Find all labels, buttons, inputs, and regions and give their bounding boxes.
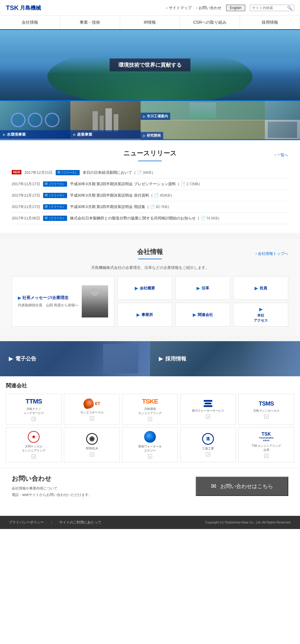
company-section: 会社情報 会社情報トップへ 月島機械株式会社の企業理念、沿革などの企業情報をご紹… <box>0 239 300 335</box>
thumb-industry[interactable]: ▶ 産業事業 <box>70 101 141 139</box>
company-main-text: ▶ 社長メッセージ/企業理念 代表取締役社長 山田 和彦から皆様へ <box>18 295 79 308</box>
company-top-link[interactable]: 会社情報トップへ <box>255 251 288 256</box>
banner-row: ▶ 電子公告 ▶ 採用情報 <box>0 341 300 376</box>
thumbnail-grid: ▶ 水環境事業 ▶ 産業事業 ▶ 市川工場案内 <box>0 100 300 140</box>
banner-recruit[interactable]: ▶ 採用情報 <box>150 341 300 376</box>
envelope-icon: ✉ <box>211 482 216 490</box>
nav-item-csr[interactable]: CSRへの取り組み <box>180 16 240 29</box>
news-list-link[interactable]: 一覧へ <box>275 152 288 158</box>
footer-links: プライバシーポリシー ｜ サイトのご利用にあたって <box>9 520 101 525</box>
bokela-logo <box>86 433 98 445</box>
pdf-icon: 📄 <box>200 216 205 220</box>
language-button[interactable]: English <box>226 5 245 11</box>
sub-card-arrow-icon: ▶ <box>135 286 138 291</box>
news-text[interactable]: 株式会社日本製鋼所との製造分野の協業に関する共同検討開始のお知らせ（📄74.5K… <box>70 216 288 221</box>
sitemap-link[interactable]: サイトマップ <box>166 5 192 11</box>
related-card-ttms[interactable]: TTMS 月島テクノメンテサービス ↗ <box>6 394 62 425</box>
water-name: 寒川ウォーターサービス <box>192 409 224 413</box>
gap-section <box>0 233 300 239</box>
news-tag: IR（リリース） <box>56 170 80 175</box>
news-text[interactable]: 平成30年3月期 第2四半期決算説明会 プレゼンテーション資料（📄2.72MB） <box>70 181 288 187</box>
saneco-blob-icon <box>83 399 94 409</box>
external-link-icon: ↗ <box>90 452 94 456</box>
contact-button[interactable]: ✉ お問い合わせはこちら <box>196 477 288 496</box>
company-sub-officers[interactable]: ▶ 役員 <box>233 276 288 300</box>
news-size: 453KB <box>160 193 170 198</box>
company-sub-history[interactable]: ▶ 沿革 <box>175 276 230 300</box>
company-section-header: 会社情報 会社情報トップへ <box>12 248 288 256</box>
company-divider <box>138 259 162 259</box>
ttms-name: 月島テクノメンテサービス <box>23 407 44 415</box>
search-button[interactable]: 🔍 <box>287 6 292 10</box>
tsms-logo: TSMS <box>259 400 274 407</box>
nav-item-recruit[interactable]: 採用情報 <box>240 16 300 29</box>
contact-title: お問い合わせ <box>12 474 92 483</box>
related-card-water[interactable]: 寒川ウォーターサービス ↗ <box>180 394 236 425</box>
terms-link[interactable]: サイトのご利用にあたって <box>59 520 101 525</box>
external-link-icon: ↗ <box>32 417 36 421</box>
privacy-link[interactable]: プライバシーポリシー <box>9 520 44 525</box>
thumb-research[interactable]: ▶ 研究開発 <box>141 120 300 139</box>
contact-desc-1: 会社情報や事業内容について <box>12 485 92 492</box>
company-main-title: ▶ 社長メッセージ/企業理念 <box>18 295 79 300</box>
news-item: 2017年11月17日 IR（リリース） 平成30年3月期 第2四半期決算説明会… <box>12 178 288 190</box>
news-section-header: ニュースリリース 一覧へ <box>12 149 288 158</box>
nav-item-business[interactable]: 事業・技術 <box>60 16 120 29</box>
related-card-saneco[interactable]: ET サンエコサーマル ↗ <box>64 394 120 425</box>
banner-recruit-text: ▶ 採用情報 <box>159 355 186 362</box>
daido-logo: ★ <box>28 431 40 443</box>
search-input[interactable] <box>252 6 287 10</box>
related-card-tsktw[interactable]: TSK TSUKISHIMAKIKAI TSKエンジニアリング台湾 ↗ <box>238 427 294 462</box>
news-list: NEW 2017年12月21日 IR（リリース） 本日の日本経済新聞において（📄… <box>12 167 288 224</box>
thumb-water[interactable]: ▶ 水環境事業 <box>0 101 70 139</box>
news-date: 2017年11月17日 <box>12 181 40 187</box>
nav-item-ir[interactable]: IR情報 <box>120 16 180 29</box>
industry-arrow-icon: ▶ <box>73 133 76 137</box>
logo-tsk: TSK <box>6 4 19 12</box>
external-link-icon: ↗ <box>206 415 210 419</box>
related-card-sanshin[interactable]: 進 三進工業 ↗ <box>180 427 236 462</box>
tske-logo: TSKE <box>142 398 158 405</box>
company-sub-access[interactable]: ▶ 本社アクセス <box>233 303 288 327</box>
news-date: 2017年12月21日 <box>24 170 53 175</box>
related-card-tsms[interactable]: TSMS 月島マシンセールス ↗ <box>238 394 294 425</box>
related-card-bokela[interactable]: BOKELA ↗ <box>64 427 120 462</box>
tsktw-logo: TSK TSUKISHIMAKIKAI <box>259 432 274 442</box>
tsktw-name: TSKエンジニアリング台湾 <box>252 444 281 452</box>
news-text[interactable]: 本日の日本経済新聞において（📄34KB） <box>83 170 288 175</box>
pdf-icon: 📄 <box>180 181 185 186</box>
company-sub-overview[interactable]: ▶ 会社概要 <box>117 276 172 300</box>
news-item: 2017年11月17日 IR（リリース） 平成30年3月期 第2四半期決算説明会… <box>12 201 288 213</box>
nav-item-company[interactable]: 会社情報 <box>0 16 60 29</box>
company-sub-affiliates[interactable]: ▶ 関連会社 <box>175 303 230 327</box>
logo: TSK 月島機械 <box>6 4 41 12</box>
sub-card-arrow-icon: ▶ <box>137 312 140 317</box>
wave-icon <box>204 400 212 402</box>
thumb-industry-label: ▶ 産業事業 <box>70 130 141 139</box>
sanshin-name: 三進工業 <box>202 446 214 451</box>
company-main-card[interactable]: ▶ 社長メッセージ/企業理念 代表取締役社長 山田 和彦から皆様へ <box>12 276 114 327</box>
header-nav: サイトマップ お問い合わせ English 🔍 <box>166 5 294 11</box>
banner-electronic[interactable]: ▶ 電子公告 <box>0 341 150 376</box>
news-text[interactable]: 平成30年3月期 第2四半期決算説明会 添付資料（📄453KB） <box>70 193 288 198</box>
ttms-logo: TTMS <box>25 398 42 405</box>
news-size: 2.72MB <box>186 182 198 186</box>
external-link-icon: ↗ <box>264 415 268 419</box>
water-logo <box>204 400 212 407</box>
related-card-daido[interactable]: ★ 大同ケミカルエンジニアリング ↗ <box>6 427 62 462</box>
related-card-owari[interactable]: 尾張ウォーター＆エナジー ↗ <box>122 427 178 462</box>
news-date: 2017年11月06日 <box>12 216 40 221</box>
footer: プライバシーポリシー ｜ サイトのご利用にあたって Copyright (c) … <box>0 516 300 529</box>
news-date: 2017年11月17日 <box>12 204 40 209</box>
thumb-water-label: ▶ 水環境事業 <box>0 130 70 139</box>
company-sub-offices[interactable]: ▶ 事業所 <box>117 303 172 327</box>
sanshin-logo: 進 <box>202 433 214 445</box>
news-item: 2017年11月06日 IR（リリース） 株式会社日本製鋼所との製造分野の協業に… <box>12 213 288 224</box>
contact-header-link[interactable]: お問い合わせ <box>196 5 221 11</box>
related-card-tske[interactable]: TSKE 月島環境エンジニアリング ↗ <box>122 394 178 425</box>
company-sub-grid: ▶ 会社概要 ▶ 沿革 ▶ 役員 ▶ 事業所 ▶ 関連会社 ▶ 本社アクセス <box>117 276 288 327</box>
news-text[interactable]: 平成30年3月期 第2四半期決算説明会 用語集（📄82.7KB） <box>70 204 288 209</box>
thumb-ichikawa[interactable]: ▶ 市川工場案内 <box>141 101 300 120</box>
thumb-small-column: ▶ 市川工場案内 ▶ 研究開発 <box>141 101 300 139</box>
company-main-sub: 代表取締役社長 山田 和彦から皆様へ <box>18 303 79 308</box>
